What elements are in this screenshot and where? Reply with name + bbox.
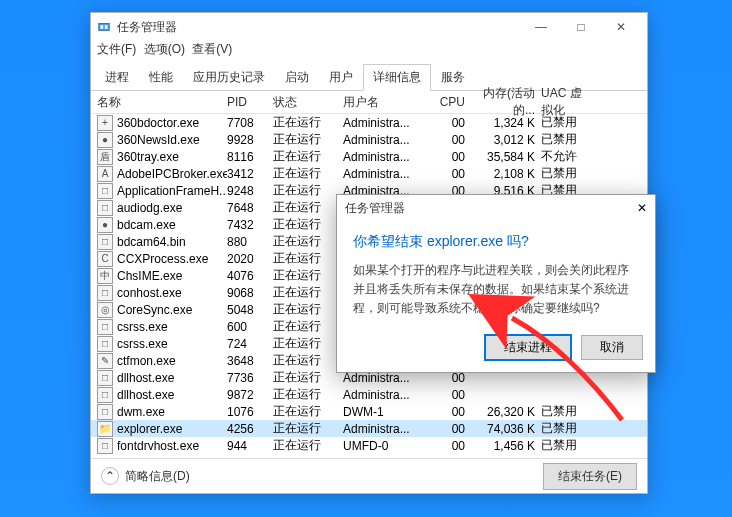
process-pid: 1076 [227, 405, 273, 419]
process-icon: C [97, 251, 113, 267]
process-mem: 1,324 K [465, 116, 535, 130]
process-user: DWM-1 [343, 405, 433, 419]
process-cpu: 00 [433, 422, 465, 436]
process-icon: 中 [97, 268, 113, 284]
process-pid: 7648 [227, 201, 273, 215]
process-user: Administra... [343, 150, 433, 164]
process-status: 正在运行 [273, 131, 343, 148]
col-user[interactable]: 用户名 [343, 94, 433, 111]
column-headers[interactable]: 名称 PID 状态 用户名 CPU 内存(活动的... UAC 虚拟化 [91, 91, 647, 114]
dialog-titlebar[interactable]: 任务管理器 ✕ [337, 195, 655, 221]
process-row[interactable]: □dllhost.exe9872正在运行Administra...00 [91, 386, 647, 403]
process-icon: □ [97, 336, 113, 352]
process-pid: 4076 [227, 269, 273, 283]
process-pid: 7736 [227, 371, 273, 385]
end-process-button[interactable]: 结束进程 [485, 335, 571, 360]
process-user: Administra... [343, 422, 433, 436]
process-row[interactable]: +360bdoctor.exe7708正在运行Administra...001,… [91, 114, 647, 131]
menu-view[interactable]: 查看(V) [192, 42, 232, 56]
dialog-question: 你希望结束 explorer.exe 吗? [353, 233, 639, 251]
process-status: 正在运行 [273, 182, 343, 199]
process-user: Administra... [343, 133, 433, 147]
process-row[interactable]: 盾360tray.exe8116正在运行Administra...0035,58… [91, 148, 647, 165]
process-name: csrss.exe [117, 337, 168, 351]
process-user: Administra... [343, 167, 433, 181]
tab-4[interactable]: 用户 [319, 64, 363, 91]
process-row[interactable]: □dwm.exe1076正在运行DWM-10026,320 K已禁用 [91, 403, 647, 420]
titlebar[interactable]: 任务管理器 — □ ✕ [91, 13, 647, 41]
dialog-close-button[interactable]: ✕ [637, 201, 647, 215]
process-icon: 盾 [97, 149, 113, 165]
process-pid: 4256 [227, 422, 273, 436]
process-name: csrss.exe [117, 320, 168, 334]
process-status: 正在运行 [273, 403, 343, 420]
process-name: audiodg.exe [117, 201, 182, 215]
menubar[interactable]: 文件(F) 选项(O) 查看(V) [91, 41, 647, 61]
process-icon: A [97, 166, 113, 182]
process-cpu: 00 [433, 439, 465, 453]
cancel-button[interactable]: 取消 [581, 335, 643, 360]
process-pid: 9068 [227, 286, 273, 300]
process-cpu: 00 [433, 167, 465, 181]
process-mem: 35,584 K [465, 150, 535, 164]
process-pid: 9872 [227, 388, 273, 402]
minimize-button[interactable]: — [521, 13, 561, 41]
col-status[interactable]: 状态 [273, 94, 343, 111]
tab-3[interactable]: 启动 [275, 64, 319, 91]
end-task-button[interactable]: 结束任务(E) [543, 463, 637, 490]
process-name: 360bdoctor.exe [117, 116, 199, 130]
process-name: CCXProcess.exe [117, 252, 208, 266]
window-title: 任务管理器 [117, 19, 521, 36]
process-icon: □ [97, 234, 113, 250]
tab-1[interactable]: 性能 [139, 64, 183, 91]
menu-file[interactable]: 文件(F) [97, 42, 136, 56]
close-button[interactable]: ✕ [601, 13, 641, 41]
process-status: 正在运行 [273, 250, 343, 267]
process-status: 正在运行 [273, 318, 343, 335]
tab-2[interactable]: 应用历史记录 [183, 64, 275, 91]
dialog-message: 如果某个打开的程序与此进程关联，则会关闭此程序并且将丢失所有未保存的数据。如果结… [353, 261, 639, 319]
process-icon: □ [97, 200, 113, 216]
process-name: AdobeIPCBroker.exe [117, 167, 227, 181]
process-icon: □ [97, 319, 113, 335]
process-pid: 724 [227, 337, 273, 351]
process-uac: 已禁用 [535, 403, 591, 420]
process-pid: 600 [227, 320, 273, 334]
process-name: ctfmon.exe [117, 354, 176, 368]
col-name[interactable]: 名称 [97, 94, 227, 111]
process-icon: □ [97, 285, 113, 301]
svg-rect-2 [105, 25, 108, 29]
process-pid: 944 [227, 439, 273, 453]
process-name: dwm.exe [117, 405, 165, 419]
tab-6[interactable]: 服务 [431, 64, 475, 91]
svg-rect-1 [101, 25, 104, 29]
process-row[interactable]: ●360NewsId.exe9928正在运行Administra...003,0… [91, 131, 647, 148]
col-pid[interactable]: PID [227, 95, 273, 109]
process-row[interactable]: □fontdrvhost.exe944正在运行UMFD-0001,456 K已禁… [91, 437, 647, 454]
process-pid: 7708 [227, 116, 273, 130]
process-icon: □ [97, 438, 113, 454]
fewer-details-label: 简略信息(D) [125, 468, 190, 485]
process-name: bdcam64.bin [117, 235, 186, 249]
app-icon [97, 20, 111, 34]
svg-rect-0 [99, 24, 110, 31]
process-pid: 9248 [227, 184, 273, 198]
process-uac: 已禁用 [535, 437, 591, 454]
process-pid: 3648 [227, 354, 273, 368]
process-mem: 74,036 K [465, 422, 535, 436]
process-pid: 8116 [227, 150, 273, 164]
process-icon: ◎ [97, 302, 113, 318]
fewer-details-button[interactable]: ⌃ 简略信息(D) [101, 467, 190, 485]
maximize-button[interactable]: □ [561, 13, 601, 41]
process-user: Administra... [343, 388, 433, 402]
tab-5[interactable]: 详细信息 [363, 64, 431, 91]
process-user: Administra... [343, 371, 433, 385]
tab-0[interactable]: 进程 [95, 64, 139, 91]
menu-options[interactable]: 选项(O) [144, 42, 185, 56]
process-status: 正在运行 [273, 352, 343, 369]
process-row[interactable]: 📁explorer.exe4256正在运行Administra...0074,0… [91, 420, 647, 437]
process-user: UMFD-0 [343, 439, 433, 453]
process-row[interactable]: AAdobeIPCBroker.exe3412正在运行Administra...… [91, 165, 647, 182]
col-cpu[interactable]: CPU [433, 95, 465, 109]
process-uac: 不允许 [535, 148, 591, 165]
